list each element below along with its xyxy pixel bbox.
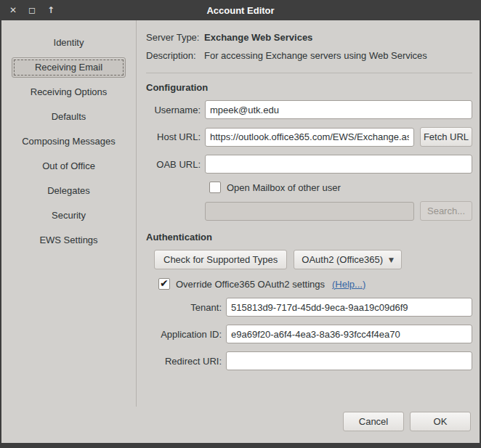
server-type-label: Server Type: [146, 32, 204, 43]
override-oauth2-row: Override Office365 OAuth2 settings (Help… [158, 278, 472, 290]
sidebar-item-security[interactable]: Security [12, 205, 126, 226]
other-user-input [205, 202, 414, 221]
application-id-label: Application ID: [146, 329, 226, 340]
sidebar-item-identity[interactable]: Identity [12, 33, 126, 53]
host-url-input[interactable] [205, 128, 414, 147]
auth-method-dropdown[interactable]: OAuth2 (Office365) ▼ [294, 250, 402, 269]
dialog-footer: Cancel OK [1, 407, 480, 443]
username-input[interactable] [205, 100, 472, 119]
username-label: Username: [146, 105, 205, 115]
description-value: For accessing Exchange servers using Web… [204, 50, 427, 61]
oab-url-label: OAB URL: [146, 159, 205, 170]
override-oauth2-checkbox[interactable] [158, 278, 170, 290]
application-id-row: Application ID: [146, 325, 472, 343]
sidebar-item-composing-messages[interactable]: Composing Messages [12, 131, 126, 152]
tenant-row: Tenant: [146, 298, 472, 317]
sidebar-item-out-of-office[interactable]: Out of Office [12, 156, 126, 176]
description-label: Description: [146, 50, 204, 61]
sidebar-item-ews-settings[interactable]: EWS Settings [12, 230, 126, 251]
redirect-uri-label: Redirect URI: [146, 356, 226, 367]
check-supported-types-button[interactable]: Check for Supported Types [154, 250, 287, 269]
application-id-input[interactable] [226, 325, 472, 343]
username-row: Username: [146, 100, 472, 119]
help-link[interactable]: (Help...) [332, 279, 365, 290]
section-divider [146, 73, 472, 73]
host-url-label: Host URL: [146, 131, 205, 142]
window-title: Account Editor [0, 5, 481, 16]
cancel-button[interactable]: Cancel [343, 412, 404, 431]
fetch-url-button[interactable]: Fetch URL [420, 127, 472, 147]
account-editor-window: ✕ ◻ ↑ Account Editor Identity Receiving … [0, 0, 481, 448]
description-row: Description: For accessing Exchange serv… [146, 50, 472, 61]
tenant-label: Tenant: [146, 302, 226, 313]
configuration-heading: Configuration [146, 82, 472, 93]
ok-button[interactable]: OK [410, 412, 471, 431]
auth-method-value: OAuth2 (Office365) [302, 254, 383, 265]
titlebar: ✕ ◻ ↑ Account Editor [0, 0, 481, 20]
open-mailbox-row: Open Mailbox of other user [209, 182, 472, 193]
redirect-uri-input[interactable] [226, 351, 472, 370]
override-oauth2-label: Override Office365 OAuth2 settings [176, 279, 325, 290]
open-mailbox-checkbox[interactable] [209, 182, 221, 193]
oab-url-row: OAB URL: [146, 155, 472, 174]
host-url-row: Host URL: Fetch URL [146, 127, 472, 147]
sidebar-item-receiving-email[interactable]: Receiving Email [12, 57, 126, 78]
search-button: Search... [420, 201, 472, 221]
server-type-value: Exchange Web Services [204, 32, 312, 43]
authentication-heading: Authentication [146, 232, 472, 243]
open-mailbox-label: Open Mailbox of other user [227, 182, 341, 193]
sidebar-item-delegates[interactable]: Delegates [12, 181, 126, 201]
auth-buttons-row: Check for Supported Types OAuth2 (Office… [154, 250, 472, 269]
dialog-body: Identity Receiving Email Receiving Optio… [1, 20, 480, 407]
tenant-input[interactable] [226, 298, 472, 317]
oab-url-input[interactable] [205, 155, 472, 174]
other-user-row: Search... [146, 201, 472, 221]
chevron-down-icon: ▼ [389, 256, 394, 264]
content-panel: Server Type: Exchange Web Services Descr… [137, 20, 480, 407]
redirect-uri-row: Redirect URI: [146, 351, 472, 370]
sidebar: Identity Receiving Email Receiving Optio… [1, 20, 137, 407]
sidebar-item-receiving-options[interactable]: Receiving Options [12, 82, 126, 102]
server-type-row: Server Type: Exchange Web Services [146, 32, 472, 43]
sidebar-item-defaults[interactable]: Defaults [12, 107, 126, 127]
